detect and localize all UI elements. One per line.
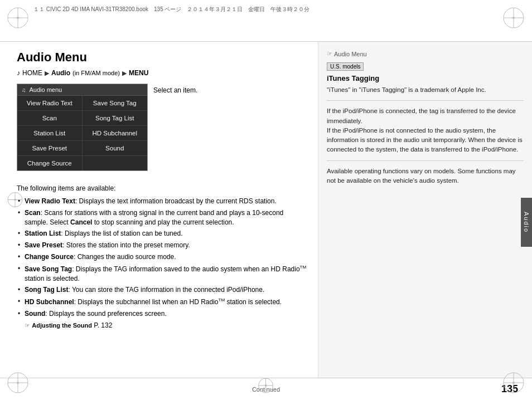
- ref-icon: ☞: [25, 322, 30, 329]
- term-song-tag-list: Song Tag List: [25, 286, 68, 294]
- menu-cell-change-source[interactable]: Change Source: [17, 156, 83, 170]
- nav-audio: Audio: [51, 69, 70, 77]
- menu-cell-sound[interactable]: Sound: [83, 141, 148, 156]
- list-item-scan: Scan: Scans for stations with a strong s…: [17, 208, 307, 227]
- right-divider-2: [327, 160, 524, 161]
- svg-point-7: [512, 17, 515, 19]
- term-save-song-tag: Save Song Tag: [25, 265, 72, 273]
- home-music-icon: ♪: [17, 69, 20, 77]
- bullet-list: View Radio Text: Displays the text infor…: [17, 197, 307, 319]
- menu-mockup: ♫ Audio menu View Radio Text Save Song T…: [17, 84, 148, 171]
- right-breadcrumb-icon: ☞: [327, 50, 332, 57]
- audio-tab: Audio: [521, 198, 532, 247]
- right-panel: Audio ☞ Audio Menu U.S. models iTunes Ta…: [318, 42, 532, 378]
- term-change-source: Change Source: [25, 253, 74, 261]
- select-item-text: Select an item.: [153, 86, 197, 94]
- right-para-3: Available operating functions vary on mo…: [327, 167, 524, 186]
- desc-song-tag-list: : You can store the TAG information in t…: [68, 286, 264, 294]
- right-breadcrumb-text: Audio Menu: [334, 51, 367, 57]
- desc-save-preset: : Stores the station into the preset mem…: [62, 241, 190, 249]
- music-icon: ♫: [22, 87, 26, 93]
- svg-point-11: [17, 382, 19, 384]
- ref-page: P. 132: [94, 321, 112, 329]
- menu-cell-song-tag-list[interactable]: Song Tag List: [83, 111, 148, 126]
- desc-scan: : Scans for stations with a strong signa…: [25, 209, 283, 226]
- list-item-save-preset: Save Preset: Stores the station into the…: [17, 241, 307, 250]
- nav-path: ♪ HOME ▶ Audio (in FM/AM mode) ▶ MENU: [17, 69, 307, 77]
- list-item-change-source: Change Source: Changes the audio source …: [17, 252, 307, 262]
- header-strip: １１ CIVIC 2D 4D IMA NAVI-31TR38200.book 1…: [0, 0, 532, 42]
- desc-view-radio-text: : Displays the text information broadcas…: [75, 197, 277, 205]
- right-divider-1: [327, 100, 524, 101]
- menu-cell-view-radio-text[interactable]: View Radio Text: [17, 96, 83, 111]
- menu-cell-hd-subchannel[interactable]: HD Subchannel: [83, 126, 148, 141]
- menu-grid: View Radio Text Save Song Tag Scan Song …: [17, 96, 147, 170]
- page-title: Audio Menu: [17, 50, 307, 65]
- right-panel-breadcrumb: ☞ Audio Menu: [327, 50, 524, 57]
- list-item-save-song-tag: Save Song Tag: Displays the TAG informat…: [17, 264, 307, 284]
- left-center-decoration: [6, 191, 25, 210]
- japanese-header-text: １１ CIVIC 2D 4D IMA NAVI-31TR38200.book 1…: [33, 6, 309, 13]
- menu-cell-scan[interactable]: Scan: [17, 111, 83, 126]
- nav-home: HOME: [22, 69, 42, 77]
- menu-cell-empty: [83, 156, 148, 170]
- ref-link-container: ☞ Adjusting the Sound P. 132: [17, 321, 307, 329]
- desc-hd-subchannel: : Displays the subchannel list when an H…: [74, 298, 282, 306]
- list-item-song-tag-list: Song Tag List: You can store the TAG inf…: [17, 285, 307, 295]
- corner-br-decoration: [501, 370, 526, 396]
- desc-change-source: : Changes the audio source mode.: [74, 253, 176, 261]
- menu-header-label: Audio menu: [30, 86, 62, 93]
- list-item-view-radio-text: View Radio Text: Displays the text infor…: [17, 197, 307, 206]
- nav-arrow-2: ▶: [122, 70, 127, 77]
- bottom-center-decoration: [257, 376, 276, 396]
- nav-arrow-1: ▶: [45, 70, 49, 77]
- corner-tr-decoration: [501, 6, 526, 31]
- term-scan: Scan: [25, 209, 41, 217]
- list-item-hd-subchannel: HD Subchannel: Displays the subchannel l…: [17, 297, 307, 307]
- description-header: The following items are available:: [17, 184, 307, 192]
- right-para-1: "iTunes" in "iTunes Tagging" is a tradem…: [327, 85, 524, 95]
- svg-point-15: [512, 382, 515, 384]
- desc-station-list: : Displays the list of station can be tu…: [61, 230, 182, 237]
- list-item-sound: Sound: Displays the sound preferences sc…: [17, 309, 307, 319]
- term-save-preset: Save Preset: [25, 241, 62, 249]
- menu-cell-save-preset[interactable]: Save Preset: [17, 141, 83, 156]
- menu-cell-save-song-tag[interactable]: Save Song Tag: [83, 96, 148, 111]
- corner-bl-decoration: [6, 370, 31, 396]
- menu-cell-station-list[interactable]: Station List: [17, 126, 83, 141]
- corner-tl-decoration: [6, 6, 31, 31]
- right-para-2: If the iPod/iPhone is connected, the tag…: [327, 106, 524, 154]
- term-hd-subchannel: HD Subchannel: [25, 298, 74, 306]
- ref-link-text: Adjusting the Sound: [32, 322, 92, 329]
- svg-point-19: [265, 384, 267, 387]
- nav-mode: (in FM/AM mode): [72, 70, 120, 76]
- us-models-badge: U.S. models: [327, 62, 364, 71]
- term-view-radio-text: View Radio Text: [25, 197, 75, 205]
- term-station-list: Station List: [25, 230, 61, 237]
- svg-point-3: [17, 17, 19, 19]
- main-content: Audio Menu ♪ HOME ▶ Audio (in FM/AM mode…: [0, 42, 318, 378]
- desc-sound: : Displays the sound preferences screen.: [45, 310, 166, 318]
- nav-menu: MENU: [129, 69, 148, 77]
- right-section-title: iTunes Tagging: [327, 74, 524, 82]
- menu-header: ♫ Audio menu: [17, 84, 147, 96]
- term-sound: Sound: [25, 310, 45, 318]
- svg-point-23: [14, 199, 16, 201]
- list-item-station-list: Station List: Displays the list of stati…: [17, 229, 307, 238]
